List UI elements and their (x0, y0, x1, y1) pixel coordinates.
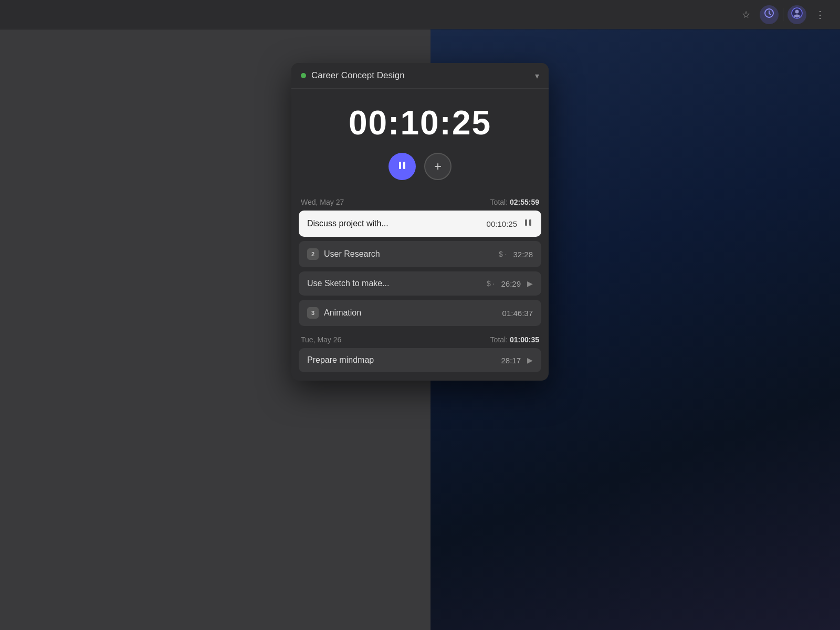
svg-point-3 (794, 15, 800, 18)
entry-dollar-research: $ · (499, 250, 507, 258)
add-button[interactable]: + (424, 153, 452, 180)
day-label-wed: Wed, May 27 (301, 198, 344, 206)
entry-right-sketch: $ · 26:29 ▶ (487, 279, 533, 288)
entry-time-animation: 01:46:37 (502, 309, 533, 318)
timer-icon (764, 8, 774, 21)
divider (783, 8, 783, 21)
pause-icon (397, 161, 407, 173)
entry-badge-research: 2 (307, 248, 319, 260)
entry-time-research: 32:28 (513, 250, 533, 259)
project-selector[interactable]: Career Concept Design ▾ (291, 63, 549, 89)
entry-title-mindmap: Prepare mindmap (307, 355, 374, 365)
more-icon: ⋮ (815, 9, 825, 20)
timer-button[interactable] (760, 5, 779, 24)
day-total-wed: Total: 02:55:59 (490, 198, 539, 206)
entry-time-mindmap: 28:17 (501, 356, 521, 365)
timer-display: 00:10:25 (291, 89, 549, 153)
entry-right: 00:10:25 (487, 218, 533, 229)
entry-title-discuss: Discuss project with... (307, 219, 388, 228)
entry-animation[interactable]: 3 Animation 01:46:37 (299, 300, 541, 326)
entry-dollar-sketch: $ · (487, 279, 495, 288)
entry-right-animation: 01:46:37 (502, 309, 533, 318)
entry-badge-animation: 3 (307, 307, 319, 319)
entry-left-animation: 3 Animation (307, 307, 361, 319)
day-section-wed: Wed, May 27 Total: 02:55:59 Discuss proj… (291, 193, 549, 326)
entry-time-sketch: 26:29 (501, 279, 521, 288)
play-icon-mindmap: ▶ (527, 356, 533, 364)
entry-left-research: 2 User Research (307, 248, 380, 260)
entry-title-animation: Animation (324, 308, 361, 318)
play-icon-sketch: ▶ (527, 279, 533, 288)
pause-entry-icon (523, 218, 533, 229)
day-header-wed: Wed, May 27 Total: 02:55:59 (299, 193, 541, 211)
entry-right-mindmap: 28:17 ▶ (501, 356, 533, 365)
entry-left: Discuss project with... (307, 219, 388, 228)
entry-time-discuss: 00:10:25 (487, 219, 517, 228)
entry-mindmap[interactable]: Prepare mindmap 28:17 ▶ (299, 348, 541, 372)
day-section-tue: Tue, May 26 Total: 01:00:35 Prepare mind… (291, 330, 549, 372)
day-total-time-wed: 02:55:59 (510, 198, 539, 206)
profile-icon (791, 7, 803, 22)
top-bar: ☆ ⋮ (0, 0, 840, 29)
entry-left-mindmap: Prepare mindmap (307, 355, 374, 365)
entry-title-research: User Research (324, 249, 380, 259)
day-header-tue: Tue, May 26 Total: 01:00:35 (299, 330, 541, 348)
svg-rect-5 (403, 162, 405, 169)
day-total-tue: Total: 01:00:35 (490, 335, 539, 344)
project-status-dot (301, 73, 306, 78)
day-total-time-tue: 01:00:35 (510, 335, 539, 344)
plus-icon: + (434, 159, 442, 174)
svg-point-2 (795, 10, 799, 14)
project-name: Career Concept Design (311, 70, 530, 81)
svg-rect-6 (525, 219, 527, 226)
profile-button[interactable] (788, 5, 806, 24)
entry-left-sketch: Use Sketch to make... (307, 279, 390, 288)
entry-title-sketch: Use Sketch to make... (307, 279, 390, 288)
chevron-down-icon: ▾ (535, 71, 539, 81)
star-icon: ☆ (742, 9, 750, 20)
pause-button[interactable] (388, 153, 416, 180)
svg-rect-4 (399, 162, 401, 169)
more-menu-button[interactable]: ⋮ (811, 5, 830, 24)
svg-rect-7 (529, 219, 531, 226)
entry-right-research: $ · 32:28 (499, 250, 533, 259)
entry-discuss[interactable]: Discuss project with... 00:10:25 (299, 211, 541, 237)
timer-popup: Career Concept Design ▾ 00:10:25 + Wed, … (291, 63, 549, 381)
star-button[interactable]: ☆ (737, 5, 755, 24)
entry-user-research[interactable]: 2 User Research $ · 32:28 (299, 241, 541, 267)
timer-time: 00:10:25 (291, 103, 549, 142)
entry-sketch[interactable]: Use Sketch to make... $ · 26:29 ▶ (299, 271, 541, 296)
timer-controls: + (291, 153, 549, 193)
day-label-tue: Tue, May 26 (301, 335, 341, 344)
